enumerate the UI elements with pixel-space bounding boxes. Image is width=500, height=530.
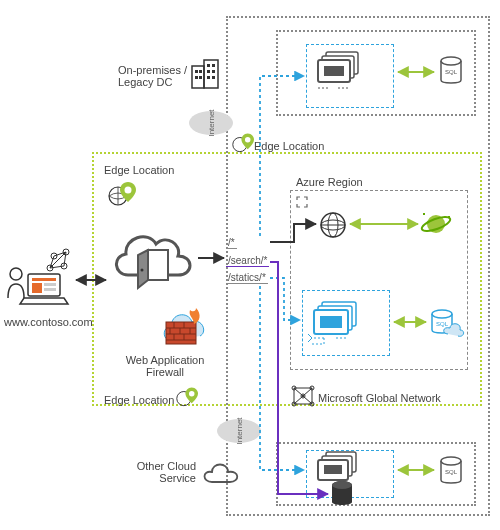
connectors [0, 0, 500, 530]
